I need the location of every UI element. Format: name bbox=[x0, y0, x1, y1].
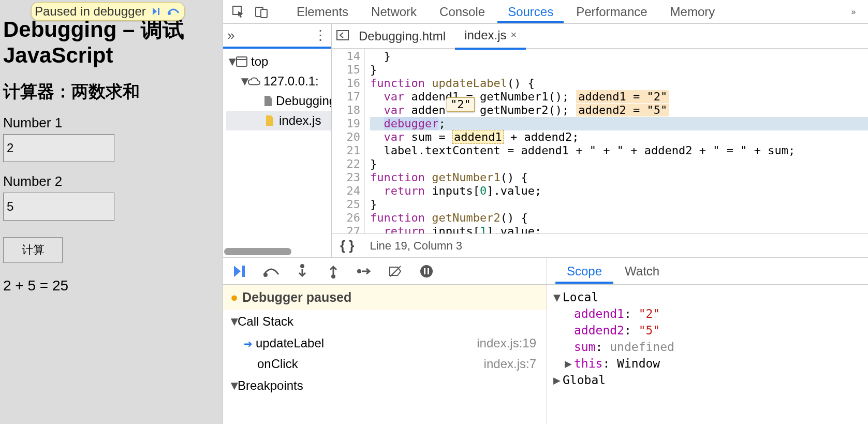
result-label: 2 + 5 = 25 bbox=[3, 277, 219, 294]
pause-on-exceptions-button[interactable] bbox=[417, 261, 436, 281]
inspect-element-icon[interactable] bbox=[228, 2, 249, 22]
step-button[interactable] bbox=[355, 261, 374, 281]
tab-performance[interactable]: Performance bbox=[566, 1, 657, 23]
paused-overlay-text: Paused in debugger bbox=[35, 4, 146, 19]
scope-local-header[interactable]: ▼Local bbox=[553, 289, 862, 305]
page-subtitle: 计算器：两数求和 bbox=[3, 80, 219, 104]
debugger-status: ● Debugger paused bbox=[223, 285, 547, 310]
nav-file-js[interactable]: index.js bbox=[226, 111, 331, 130]
window-icon bbox=[236, 55, 248, 68]
hover-value-tooltip: "2" bbox=[447, 97, 475, 112]
overlay-step-button[interactable] bbox=[166, 4, 181, 19]
current-frame-icon: ➔ bbox=[244, 338, 253, 349]
svg-rect-14 bbox=[424, 268, 425, 274]
devtools: Elements Network Console Sources Perform… bbox=[223, 0, 868, 424]
svg-rect-15 bbox=[428, 268, 429, 274]
editor-status-bar: { } Line 19, Column 3 bbox=[332, 233, 868, 257]
tab-sources[interactable]: Sources bbox=[497, 1, 564, 23]
nav-host[interactable]: ▼127.0.0.1: bbox=[226, 71, 331, 91]
file-icon bbox=[263, 95, 273, 107]
overlay-resume-button[interactable] bbox=[148, 4, 164, 19]
paused-overlay: Paused in debugger bbox=[31, 2, 185, 21]
calculate-button[interactable]: 计算 bbox=[3, 237, 63, 263]
callstack-header[interactable]: ▼Call Stack bbox=[223, 310, 547, 333]
more-tabs-icon[interactable]: » bbox=[843, 2, 864, 22]
js-file-icon bbox=[263, 114, 276, 127]
svg-rect-4 bbox=[237, 57, 247, 66]
tab-memory[interactable]: Memory bbox=[660, 1, 726, 23]
page-title: Debugging – 调试 JavaScript bbox=[3, 17, 219, 69]
svg-point-11 bbox=[357, 269, 361, 273]
close-tab-icon[interactable]: × bbox=[510, 29, 517, 41]
step-out-button[interactable] bbox=[323, 261, 343, 281]
editor-tab-js[interactable]: index.js× bbox=[455, 24, 526, 50]
nav-top[interactable]: ▼top bbox=[226, 52, 331, 71]
scope-global-header[interactable]: ▶Global bbox=[553, 372, 862, 388]
resume-button[interactable] bbox=[230, 261, 250, 281]
svg-point-10 bbox=[331, 274, 335, 279]
pretty-print-icon[interactable]: { } bbox=[340, 238, 354, 254]
svg-point-9 bbox=[300, 264, 304, 268]
svg-rect-3 bbox=[261, 9, 267, 18]
tab-console[interactable]: Console bbox=[429, 1, 495, 23]
navigate-back-icon[interactable] bbox=[336, 30, 349, 43]
scope-var-sum[interactable]: sum: undefined bbox=[553, 339, 862, 355]
inline-value-17: addend1 = "2" bbox=[576, 90, 669, 103]
scope-panel: Scope Watch ▼Local addend1: "2" addend2:… bbox=[547, 258, 868, 424]
cursor-position: Line 19, Column 3 bbox=[370, 239, 462, 253]
scope-var-this[interactable]: ▶this: Window bbox=[553, 355, 862, 372]
cloud-icon bbox=[248, 75, 260, 87]
navigator-scrollbar[interactable] bbox=[224, 248, 291, 255]
input-number1[interactable] bbox=[3, 134, 114, 162]
navigator-expand-icon[interactable]: » bbox=[227, 27, 234, 43]
tab-network[interactable]: Network bbox=[361, 1, 427, 23]
file-navigator: » ⋮ ▼top ▼127.0.0.1: Debugging.html inde… bbox=[223, 24, 332, 257]
inline-value-18: addend2 = "5" bbox=[576, 104, 669, 116]
breakpoints-header[interactable]: ▼Breakpoints bbox=[223, 374, 547, 397]
svg-point-8 bbox=[263, 273, 268, 277]
editor-tab-html[interactable]: Debugging.html bbox=[349, 24, 455, 49]
devtools-tabbar: Elements Network Console Sources Perform… bbox=[223, 0, 868, 24]
callstack-frame-1[interactable]: onClickindex.js:7 bbox=[223, 354, 547, 374]
code-content[interactable]: } } function updateLabel() { var addend1… bbox=[365, 49, 868, 233]
callstack-frame-0[interactable]: ➔updateLabelindex.js:19 bbox=[223, 333, 547, 354]
debugged-page: Paused in debugger Debugging – 调试 JavaSc… bbox=[0, 0, 223, 424]
svg-point-13 bbox=[420, 265, 433, 277]
device-toolbar-icon[interactable] bbox=[251, 2, 272, 22]
scope-var-addend2[interactable]: addend2: "5" bbox=[553, 322, 862, 339]
navigator-menu-icon[interactable]: ⋮ bbox=[314, 27, 327, 43]
line-gutter[interactable]: 141516171819202122232425262728 bbox=[332, 49, 365, 233]
debug-controls-panel: ● Debugger paused ▼Call Stack ➔updateLab… bbox=[223, 258, 547, 424]
tab-elements[interactable]: Elements bbox=[286, 1, 359, 23]
scope-tab[interactable]: Scope bbox=[555, 259, 613, 284]
label-number2: Number 2 bbox=[3, 173, 219, 189]
svg-rect-7 bbox=[242, 266, 245, 277]
label-number1: Number 1 bbox=[3, 115, 219, 131]
scope-var-addend1[interactable]: addend1: "2" bbox=[553, 305, 862, 322]
code-editor: Debugging.html index.js× 141516171819202… bbox=[332, 24, 868, 257]
svg-rect-6 bbox=[337, 31, 348, 40]
deactivate-breakpoints-button[interactable] bbox=[386, 261, 405, 281]
watch-tab[interactable]: Watch bbox=[613, 259, 671, 284]
nav-file-html[interactable]: Debugging.html bbox=[226, 91, 331, 111]
warning-icon: ● bbox=[230, 290, 238, 305]
input-number2[interactable] bbox=[3, 193, 114, 221]
step-over-button[interactable] bbox=[261, 261, 281, 281]
svg-point-0 bbox=[168, 12, 171, 15]
step-into-button[interactable] bbox=[292, 261, 312, 281]
